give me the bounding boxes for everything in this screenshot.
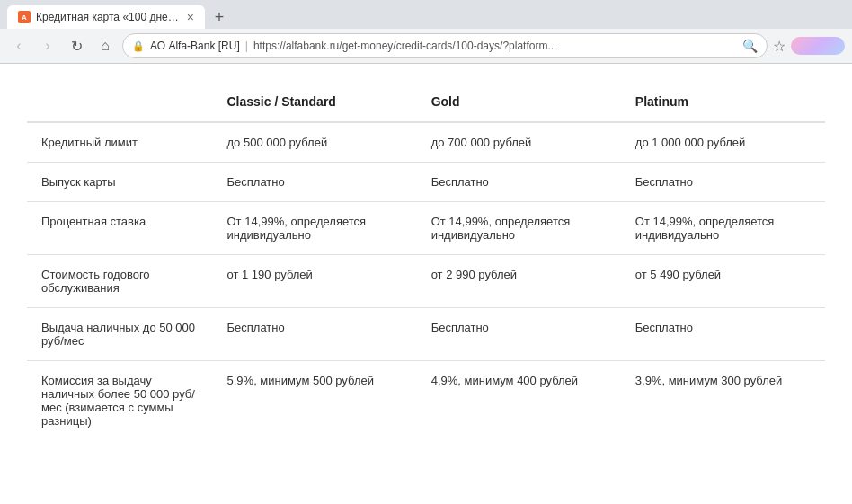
col-platinum: Platinum	[621, 82, 825, 122]
cell-feature: Процентная ставка	[27, 202, 213, 255]
comparison-table: Classic / Standard Gold Platinum Кредитн…	[27, 82, 825, 440]
active-tab[interactable]: А Кредитная карта «100 дней бе... ×	[7, 5, 205, 29]
cell-classic: Бесплатно	[213, 308, 417, 361]
cell-feature: Кредитный лимит	[27, 122, 213, 163]
cell-classic: 5,9%, минимум 500 рублей	[213, 361, 417, 441]
table-header-row: Classic / Standard Gold Platinum	[27, 82, 825, 122]
bookmark-star-icon[interactable]: ☆	[773, 38, 785, 55]
new-tab-button[interactable]: +	[209, 6, 230, 28]
table-row: Выдача наличных до 50 000 руб/мес Беспла…	[27, 308, 825, 361]
cell-gold: От 14,99%, определяется индивидуально	[417, 202, 621, 255]
tab-title: Кредитная карта «100 дней бе...	[36, 11, 182, 23]
col-feature	[27, 82, 213, 122]
url-separator: |	[245, 40, 248, 52]
cell-platinum: от 5 490 рублей	[621, 255, 825, 308]
tab-favicon: А	[18, 11, 31, 23]
table-row: Комиссия за выдачу наличных более 50 000…	[27, 361, 825, 441]
col-classic: Classic / Standard	[213, 82, 417, 122]
cell-gold: 4,9%, минимум 400 рублей	[417, 361, 621, 441]
profile-avatar[interactable]	[791, 37, 845, 55]
forward-button[interactable]: ›	[36, 34, 59, 57]
browser-chrome: А Кредитная карта «100 дней бе... × + ‹ …	[0, 0, 852, 64]
page-content: Classic / Standard Gold Platinum Кредитн…	[0, 64, 852, 458]
cell-classic: от 1 190 рублей	[213, 255, 417, 308]
cell-gold: от 2 990 рублей	[417, 255, 621, 308]
table-row: Стоимость годового обслуживания от 1 190…	[27, 255, 825, 308]
cell-gold: до 700 000 рублей	[417, 122, 621, 163]
site-name: АО Alfa-Bank [RU]	[150, 40, 240, 52]
cell-classic: до 500 000 рублей	[213, 122, 417, 163]
table-row: Процентная ставка От 14,99%, определяетс…	[27, 202, 825, 255]
address-bar[interactable]: 🔒 АО Alfa-Bank [RU] | https://alfabank.r…	[122, 33, 768, 58]
cell-platinum: Бесплатно	[621, 163, 825, 202]
cell-feature: Выдача наличных до 50 000 руб/мес	[27, 308, 213, 361]
cell-platinum: 3,9%, минимум 300 рублей	[621, 361, 825, 441]
cell-classic: От 14,99%, определяется индивидуально	[213, 202, 417, 255]
col-gold: Gold	[417, 82, 621, 122]
cell-gold: Бесплатно	[417, 308, 621, 361]
cell-feature: Выпуск карты	[27, 163, 213, 202]
cell-platinum: От 14,99%, определяется индивидуально	[621, 202, 825, 255]
cell-feature: Стоимость годового обслуживания	[27, 255, 213, 308]
tab-bar: А Кредитная карта «100 дней бе... × +	[0, 0, 852, 29]
refresh-button[interactable]: ↻	[65, 34, 88, 57]
table-row: Выпуск карты Бесплатно Бесплатно Бесплат…	[27, 163, 825, 202]
table-row: Кредитный лимит до 500 000 рублей до 700…	[27, 122, 825, 163]
cell-platinum: Бесплатно	[621, 308, 825, 361]
back-button[interactable]: ‹	[7, 34, 31, 57]
tab-close-icon[interactable]: ×	[187, 10, 194, 24]
home-button[interactable]: ⌂	[93, 34, 117, 57]
nav-bar: ‹ › ↻ ⌂ 🔒 АО Alfa-Bank [RU] | https://al…	[0, 29, 852, 63]
url-text: https://alfabank.ru/get-money/credit-car…	[253, 40, 737, 52]
cell-platinum: до 1 000 000 рублей	[621, 122, 825, 163]
cell-classic: Бесплатно	[213, 163, 417, 202]
lock-icon: 🔒	[132, 40, 145, 52]
address-search-icon[interactable]: 🔍	[742, 39, 758, 53]
cell-feature: Комиссия за выдачу наличных более 50 000…	[27, 361, 213, 441]
profile-area	[791, 37, 845, 55]
cell-gold: Бесплатно	[417, 163, 621, 202]
